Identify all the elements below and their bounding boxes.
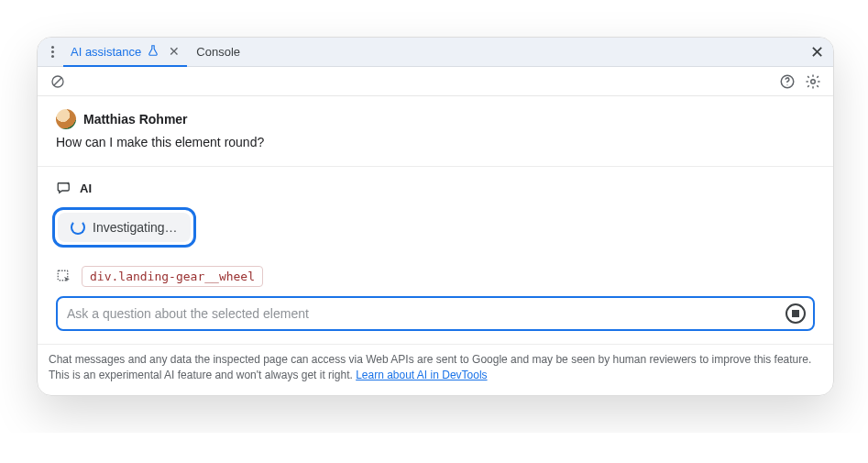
- kebab-menu-icon[interactable]: [43, 43, 61, 61]
- gear-icon[interactable]: [804, 72, 822, 91]
- element-picker-icon[interactable]: [56, 269, 72, 285]
- cancel-icon[interactable]: [49, 72, 67, 91]
- svg-point-3: [786, 84, 787, 85]
- tab-ai-assistance-label: AI assistance: [71, 45, 141, 59]
- prompt-input[interactable]: [65, 305, 778, 322]
- tab-bar: AI assistance ✕ Console ✕: [38, 38, 833, 67]
- ai-label: AI: [80, 182, 92, 195]
- tab-console-label: Console: [196, 45, 240, 59]
- chat-content: Matthias Rohmer How can I make this elem…: [38, 96, 833, 344]
- ai-response-header: AI: [56, 180, 815, 196]
- sparkle-chat-icon: [56, 180, 72, 196]
- stop-button[interactable]: [786, 303, 806, 324]
- learn-more-link[interactable]: Learn about AI in DevTools: [356, 369, 487, 381]
- selected-element-chip[interactable]: div.landing-gear__wheel: [82, 266, 263, 287]
- devtools-panel: AI assistance ✕ Console ✕: [37, 37, 834, 396]
- spinner-icon: [71, 220, 85, 235]
- tab-ai-assistance[interactable]: AI assistance ✕: [63, 38, 187, 67]
- user-message-header: Matthias Rohmer: [56, 109, 815, 129]
- ai-status-pill: Investigating…: [58, 213, 191, 242]
- disclaimer-footer: Chat messages and any data the inspected…: [38, 344, 833, 395]
- status-bar: [38, 67, 833, 96]
- investigating-highlight: Investigating…: [52, 207, 196, 248]
- svg-line-1: [54, 78, 61, 85]
- panel-close-icon[interactable]: ✕: [807, 42, 828, 62]
- flask-icon: [147, 44, 159, 60]
- tab-console[interactable]: Console: [189, 38, 247, 67]
- context-row: div.landing-gear__wheel: [56, 266, 815, 287]
- ai-status-text: Investigating…: [93, 220, 178, 235]
- avatar: [56, 109, 76, 129]
- svg-point-4: [811, 79, 816, 83]
- help-icon[interactable]: [778, 72, 797, 91]
- prompt-input-row: [56, 296, 815, 331]
- user-message-body: How can I make this element round?: [56, 135, 815, 149]
- user-name: Matthias Rohmer: [83, 112, 188, 127]
- close-icon[interactable]: ✕: [169, 45, 180, 58]
